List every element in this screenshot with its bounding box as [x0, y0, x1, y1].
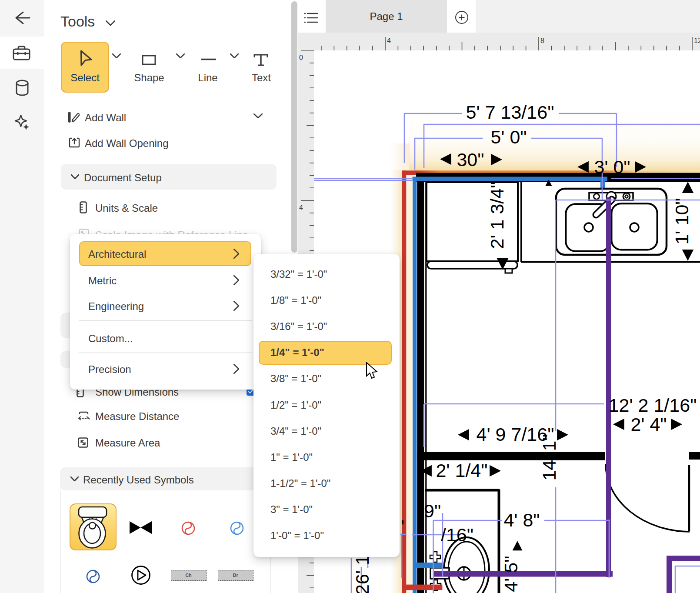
svg-text:4' 8": 4' 8": [503, 510, 540, 530]
svg-text:/16": /16": [441, 524, 473, 545]
svg-text:0: 0: [299, 54, 303, 61]
svg-text:2' 4": 2' 4": [630, 414, 667, 435]
svg-text:30": 30": [457, 149, 484, 170]
svg-text:14' 1": 14' 1": [539, 434, 560, 480]
svg-text:3' 0": 3' 0": [594, 157, 630, 177]
svg-text:1' 10": 1' 10": [671, 198, 692, 244]
svg-text:8: 8: [540, 37, 544, 44]
svg-text:2' 1 3/4": 2' 1 3/4": [487, 182, 507, 249]
svg-text:4: 4: [299, 204, 303, 211]
svg-text:9": 9": [424, 500, 441, 521]
svg-text:4' 5": 4' 5": [500, 556, 521, 592]
svg-text:5' 0": 5' 0": [490, 127, 527, 147]
svg-text:12: 12: [694, 37, 700, 44]
svg-text:5' 7 13/16": 5' 7 13/16": [466, 102, 554, 123]
svg-text:2' 1/4": 2' 1/4": [436, 460, 487, 481]
svg-text:': ': [401, 516, 404, 537]
svg-text:4: 4: [387, 37, 391, 44]
svg-text:26' 1: 26' 1: [352, 555, 373, 593]
svg-text:12' 2 1/16": 12' 2 1/16": [609, 395, 697, 416]
